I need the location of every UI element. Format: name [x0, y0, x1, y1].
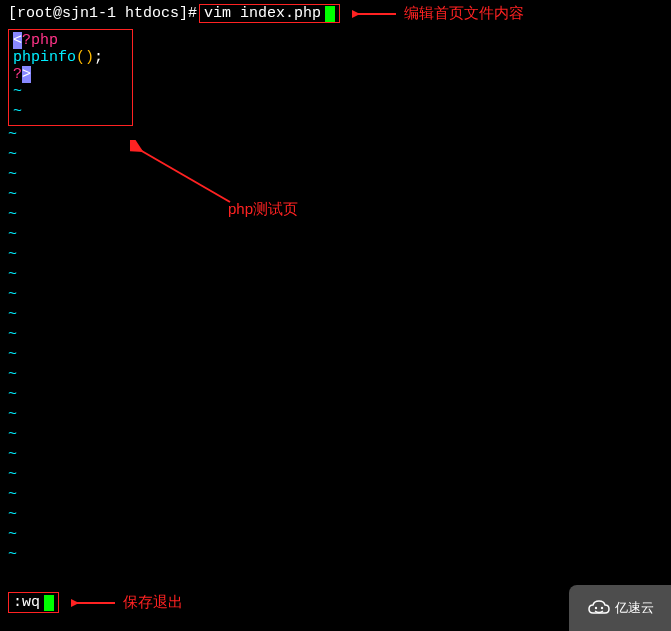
- arrow-left-icon: [71, 595, 117, 611]
- vim-tilde-line: ~: [13, 83, 128, 103]
- shell-prompt-line: [root@sjn1-1 htdocs]# vim index.php 编辑首页…: [0, 0, 671, 29]
- php-open-bracket: <: [13, 32, 22, 49]
- vim-tilde-line: ~: [0, 186, 671, 206]
- shell-prompt: [root@sjn1-1 htdocs]#: [8, 5, 197, 22]
- vim-command-line[interactable]: :wq 保存退出: [8, 592, 183, 613]
- annotation-test-page: php测试页: [228, 200, 298, 219]
- vim-tilde-line: ~: [0, 326, 671, 346]
- php-close-bracket: >: [22, 66, 31, 83]
- vim-tilde-line: ~: [0, 286, 671, 306]
- vim-tilde-line: ~: [0, 506, 671, 526]
- watermark: 亿速云: [569, 585, 671, 631]
- wq-command: wq: [22, 594, 40, 611]
- annotation-edit-file: 编辑首页文件内容: [404, 4, 524, 23]
- command-text: vim index.php: [204, 5, 321, 22]
- svg-point-7: [600, 607, 602, 609]
- vim-tilde-line: ~: [0, 406, 671, 426]
- vim-tilde-line: ~: [0, 346, 671, 366]
- semicolon: ;: [94, 49, 103, 66]
- annotation-save-exit: 保存退出: [123, 593, 183, 612]
- vim-tilde-line: ~: [13, 103, 128, 123]
- arrow-left-icon: [352, 6, 398, 22]
- php-code-highlight-box: <?php phpinfo(); ?> ~ ~: [8, 29, 133, 126]
- wq-highlight-box: :wq: [8, 592, 59, 613]
- vim-tilde-line: ~: [0, 226, 671, 246]
- vim-tilde-line: ~: [0, 166, 671, 186]
- vim-tilde-line: ~: [0, 266, 671, 286]
- php-function-name: phpinfo: [13, 49, 76, 66]
- code-line-1: <?php: [13, 32, 128, 49]
- vim-tilde-line: ~: [0, 426, 671, 446]
- vim-empty-lines: ~ ~ ~ ~ ~ ~ ~ ~ ~ ~ ~ ~ ~ ~ ~ ~ ~ ~ ~ ~ …: [0, 126, 671, 566]
- vim-tilde-line: ~: [0, 206, 671, 226]
- cursor-icon: [325, 6, 335, 22]
- svg-point-6: [594, 607, 596, 609]
- php-keyword: php: [31, 32, 58, 49]
- watermark-text: 亿速云: [615, 599, 654, 617]
- vim-tilde-line: ~: [0, 446, 671, 466]
- vim-tilde-line: ~: [0, 526, 671, 546]
- vim-tilde-line: ~: [0, 466, 671, 486]
- command-highlight-box: vim index.php: [199, 4, 340, 23]
- vim-editor-area[interactable]: <?php phpinfo(); ?> ~ ~: [0, 29, 671, 126]
- paren-close: ): [85, 49, 94, 66]
- code-line-2: phpinfo();: [13, 49, 128, 66]
- code-line-3: ?>: [13, 66, 128, 83]
- vim-tilde-line: ~: [0, 486, 671, 506]
- wq-colon: :: [13, 594, 22, 611]
- paren-open: (: [76, 49, 85, 66]
- php-close-question: ?: [13, 66, 22, 83]
- vim-tilde-line: ~: [0, 386, 671, 406]
- cloud-icon: [587, 599, 611, 617]
- cursor-icon: [44, 595, 54, 611]
- vim-tilde-line: ~: [0, 246, 671, 266]
- vim-tilde-line: ~: [0, 126, 671, 146]
- vim-tilde-line: ~: [0, 306, 671, 326]
- vim-tilde-line: ~: [0, 366, 671, 386]
- vim-tilde-line: ~: [0, 546, 671, 566]
- php-open-question: ?: [22, 32, 31, 49]
- vim-tilde-line: ~: [0, 146, 671, 166]
